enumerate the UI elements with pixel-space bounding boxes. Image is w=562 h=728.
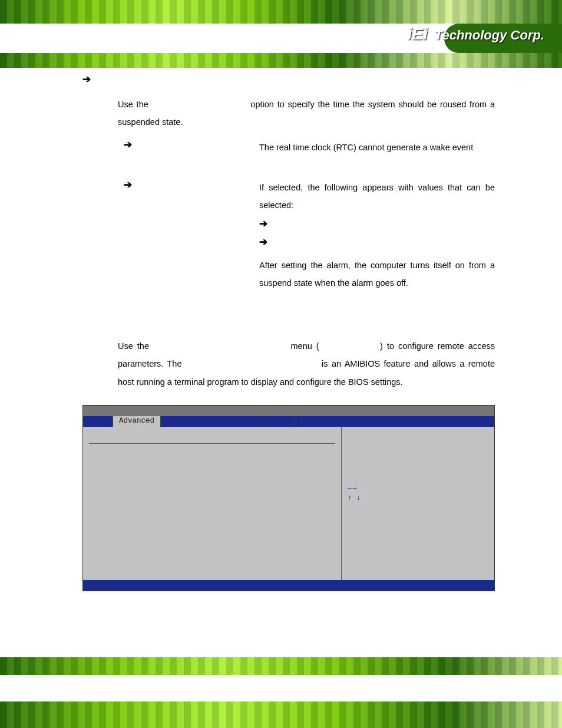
logo-area: iEi® Technology Corp. (408, 25, 544, 44)
bios-nav-line: F2 Previous Values (348, 532, 488, 540)
option-label-enabled: Enabled (140, 179, 173, 188)
arrow-icon: ➔ (124, 139, 132, 151)
logo-mark: iEi (408, 25, 428, 43)
section-title: 5.3.8 Serial Port Console Redirection (82, 316, 495, 327)
bios-body: Serial Port Console Redirection Console … (83, 427, 494, 580)
option-label-disabled: Disabled(Default) (140, 139, 203, 148)
arrow-lr-icon: ←→ (348, 485, 356, 493)
bios-caption: BIOS Menu 12: Serial Port Console Redire… (82, 597, 495, 607)
bios-footer: Version 2.14.1219. Copyright (C) 2011 Am… (83, 580, 494, 591)
bios-help-line: Enable or Disable (348, 441, 488, 449)
bios-tab-row: Main Advanced Chipset Boot Security (83, 416, 494, 427)
sub-bullet-row: ➔ System Time (259, 236, 495, 248)
bios-tab-boot[interactable]: Boot (266, 416, 296, 427)
intro-paragraph: Use the Resume on RTC Alarm option to sp… (118, 95, 495, 131)
sub-bullet-row: ➔ RTC Alarm Date (Days) (259, 218, 495, 230)
p-mid1: menu ( (287, 341, 319, 351)
arrow-icon: ➔ (259, 218, 267, 230)
p-bold2: BIOS Menu 12 (319, 341, 380, 351)
bios-nav-line: ←→←→ Select Screen (348, 485, 488, 493)
intro-pre: Use the (118, 100, 152, 109)
bios-nav-line: EnterSelect (348, 503, 488, 512)
arrow-ud-icon: ↑ ↓ (348, 494, 361, 502)
bios-divider (89, 443, 335, 444)
sub-bullet-label: System Time (273, 238, 326, 247)
logo-reg: ® (428, 34, 432, 41)
bios-help-line: Console Redirection (348, 431, 488, 440)
arrow-icon: ➔ (259, 236, 267, 248)
bios-nav-line: + - Change Opt. (348, 513, 488, 521)
sub-bullet-label: RTC Alarm Date (Days) (273, 219, 366, 229)
bios-menu: Aptio Setup Utility – Copyright (C) 2011… (82, 405, 495, 591)
bios-title: Aptio Setup Utility – Copyright (C) 2011… (83, 406, 494, 416)
after-text: After setting the alarm, the computer tu… (259, 256, 495, 292)
bios-left-heading: Serial Port Console Redirection (89, 431, 335, 440)
bios-nav-block: ←→←→ Select Screen ↑ ↓↑ ↓ Select Item En… (348, 485, 488, 568)
bios-nav-line: F1 General Help (348, 522, 488, 531)
logo-text: Technology Corp. (435, 28, 544, 42)
page-number: Page 79 (379, 680, 515, 697)
header-banner: iEi® Technology Corp. (0, 0, 562, 68)
page-content: ➔ Resume on RTC Alarm [Disabled] Use the… (82, 71, 495, 607)
footer-banner: Page 79 (0, 657, 562, 728)
p-bold3: Serial Port Console Redirection (186, 359, 318, 368)
bios-nav-line: ↑ ↓↑ ↓ Select Item (348, 494, 488, 502)
section2-paragraph: Use the Serial Port Console Redirection … (118, 337, 495, 391)
arrow-icon: ➔ (124, 179, 132, 191)
bios-option-val: [Disabled] (224, 450, 269, 458)
bios-option-name: Console Redirection (89, 450, 224, 458)
p-bold1: Serial Port Console Redirection (153, 341, 287, 351)
option-desc-enabled: If selected, the following appears with … (259, 179, 495, 215)
bios-option-row[interactable]: Console Redirection [Disabled] (89, 450, 335, 458)
bios-nav-line: ESC Exit (348, 560, 488, 568)
bios-nav-line: F4 Save & Exit (348, 551, 488, 559)
intro-bold: Resume on RTC Alarm (152, 100, 247, 109)
bios-left-pane: Serial Port Console Redirection Console … (83, 427, 341, 580)
bios-tab-chipset[interactable]: Chipset (161, 416, 266, 427)
bios-tab-advanced[interactable]: Advanced (113, 416, 161, 427)
bios-tab-main[interactable]: Main (83, 416, 113, 427)
bios-nav-line: F3 Optimized Defaults (348, 541, 488, 549)
bios-settings-line[interactable]: > Console Redirection Settings (89, 460, 335, 469)
arrow-icon: ➔ (82, 73, 91, 85)
p-pre: Use the (118, 341, 153, 351)
section-heading: Resume on RTC Alarm [Disabled] (97, 71, 237, 81)
option-desc-disabled: The real time clock (RTC) cannot generat… (259, 139, 495, 156)
bios-tab-security[interactable]: Security (296, 416, 494, 427)
bios-right-pane: Console Redirection Enable or Disable ←→… (341, 427, 494, 580)
